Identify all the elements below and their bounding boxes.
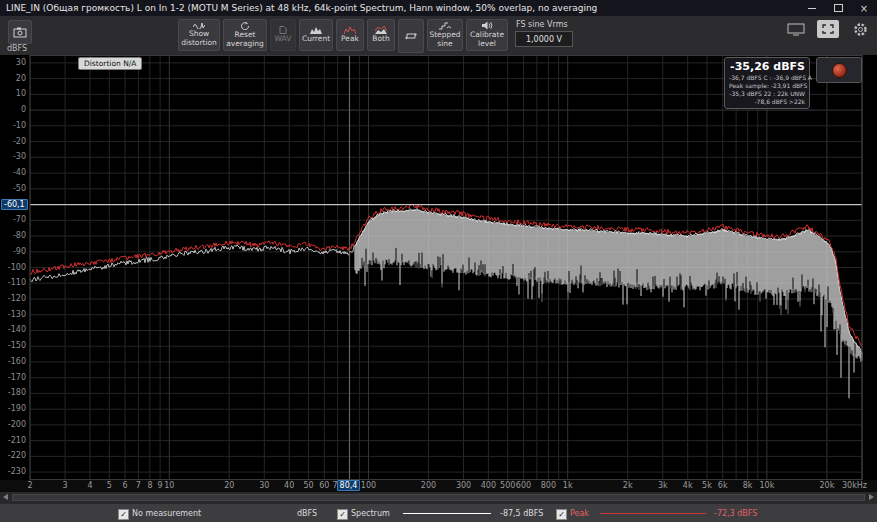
monitor-icon bbox=[787, 23, 805, 36]
spectrum-value: -87,5 dBFS bbox=[500, 509, 543, 518]
reset-averaging-button[interactable]: Reset averaging bbox=[223, 19, 267, 51]
close-button[interactable]: × bbox=[851, 0, 877, 16]
stepped-sine-button[interactable]: Stepped sine bbox=[427, 19, 463, 51]
x-tick-label: 600 bbox=[516, 481, 531, 490]
y-tick-label: -70 bbox=[0, 215, 26, 224]
y-tick-label: -170 bbox=[0, 373, 26, 382]
y-axis-unit-label: dBFS bbox=[7, 44, 27, 53]
y-tick-label: -190 bbox=[0, 404, 26, 413]
no-measurement-label: No measurement bbox=[132, 509, 201, 518]
spectrum-plot[interactable]: Distortion N/A -35,26 dBFS -36,7 dBFS C … bbox=[0, 55, 877, 480]
y-tick-label: 30 bbox=[0, 58, 26, 67]
minimize-button[interactable] bbox=[799, 0, 825, 16]
peak-label: Peak bbox=[570, 509, 589, 518]
x-tick-label: 500 bbox=[500, 481, 515, 490]
y-tick-label: 0 bbox=[0, 105, 26, 114]
maximize-button[interactable] bbox=[825, 0, 851, 16]
y-tick-label: -120 bbox=[0, 294, 26, 303]
peak-spectrum-icon bbox=[344, 26, 356, 34]
x-tick-label: 2 bbox=[27, 481, 32, 490]
x-tick-label: 3 bbox=[63, 481, 68, 490]
y-tick-label: -100 bbox=[0, 263, 26, 272]
peak-checkbox[interactable]: ✓ bbox=[556, 509, 567, 520]
fs-sine-group: FS sine Vrms bbox=[515, 19, 573, 47]
x-tick-label: 2k bbox=[623, 481, 633, 490]
spectrum-line-swatch bbox=[403, 513, 491, 514]
x-tick-label: 30kHz bbox=[842, 481, 867, 490]
y-tick-label: -110 bbox=[0, 278, 26, 287]
x-tick-label: 7 bbox=[136, 481, 141, 490]
y-tick-label: -80 bbox=[0, 231, 26, 240]
no-measurement-checkbox[interactable]: ✓ bbox=[118, 509, 129, 520]
x-tick-label: 800 bbox=[541, 481, 556, 490]
y-tick-label: -30 bbox=[0, 152, 26, 161]
x-tick-label: 8 bbox=[147, 481, 152, 490]
x-tick-label: 40 bbox=[284, 481, 294, 490]
speaker-icon bbox=[482, 21, 493, 30]
x-cursor-label[interactable]: 80,4 bbox=[337, 480, 361, 491]
current-trace-button[interactable]: Current bbox=[299, 19, 333, 51]
y-tick-label: -140 bbox=[0, 325, 26, 334]
show-distortion-button[interactable]: Show distortion bbox=[178, 19, 220, 51]
toolbar-right-icons bbox=[785, 20, 871, 38]
status-bar: ✓ No measurement dBFS ✓ Spectrum -87,5 d… bbox=[0, 503, 877, 522]
fs-sine-input[interactable] bbox=[515, 31, 573, 47]
record-panel bbox=[816, 57, 862, 83]
horizontal-scrollbar[interactable] bbox=[0, 492, 877, 503]
y-tick-label: -130 bbox=[0, 310, 26, 319]
scroll-left-arrow-icon[interactable] bbox=[3, 494, 8, 500]
record-button[interactable] bbox=[832, 63, 847, 78]
x-tick-label: 6k bbox=[718, 481, 728, 490]
peak-value: -72,3 dBFS bbox=[714, 509, 757, 518]
both-traces-button[interactable]: Both bbox=[367, 19, 395, 51]
x-tick-label: 4 bbox=[87, 481, 92, 490]
x-tick-label: 4k bbox=[683, 481, 693, 490]
x-tick-label: 300 bbox=[456, 481, 471, 490]
minimize-icon bbox=[808, 8, 816, 9]
wav-file-icon bbox=[279, 26, 287, 34]
peak-trace-button[interactable]: Peak bbox=[336, 19, 364, 51]
y-tick-label: -90 bbox=[0, 247, 26, 256]
x-axis: 80,4 23456789102030405060701002003004005… bbox=[0, 480, 877, 492]
y-tick-label: -180 bbox=[0, 388, 26, 397]
y-tick-label: -40 bbox=[0, 168, 26, 177]
spectrum-checkbox[interactable]: ✓ bbox=[337, 509, 348, 520]
maximize-icon bbox=[834, 4, 843, 12]
x-tick-label: 20k bbox=[820, 481, 835, 490]
calibrate-level-button[interactable]: Calibrate level bbox=[466, 19, 508, 51]
y-cursor-label[interactable]: -60,1 bbox=[1, 199, 28, 210]
x-tick-label: 1k bbox=[563, 481, 573, 490]
scroll-right-arrow-icon[interactable] bbox=[869, 494, 874, 500]
x-tick-label: 6 bbox=[123, 481, 128, 490]
readout-line: -78,6 dBFS >22k bbox=[729, 98, 805, 106]
display-mode-button[interactable] bbox=[785, 20, 807, 38]
readout-main-value: -35,26 dBFS bbox=[729, 60, 805, 73]
scrollbar-thumb[interactable] bbox=[12, 494, 865, 501]
distortion-icon bbox=[193, 22, 205, 29]
loop-mode-button[interactable] bbox=[398, 19, 424, 53]
x-tick-label: 5 bbox=[107, 481, 112, 490]
x-tick-label: 400 bbox=[481, 481, 496, 490]
toolbar-buttons: Show distortion Reset averaging WAV Curr… bbox=[178, 19, 573, 53]
x-tick-label: 5k bbox=[702, 481, 712, 490]
window-controls: × bbox=[799, 0, 877, 16]
fullscreen-button[interactable] bbox=[817, 20, 839, 38]
spectrum-canvas bbox=[0, 55, 877, 480]
snapshot-button[interactable] bbox=[8, 20, 32, 44]
spectrum-label: Spectrum bbox=[351, 509, 390, 518]
distortion-tooltip: Distortion N/A bbox=[78, 57, 142, 70]
reset-icon bbox=[240, 22, 250, 30]
x-tick-label: 3k bbox=[658, 481, 668, 490]
x-tick-label: 30 bbox=[259, 481, 269, 490]
wav-button[interactable]: WAV bbox=[270, 19, 296, 51]
toolbar: Show distortion Reset averaging WAV Curr… bbox=[0, 16, 877, 56]
y-tick-label: -150 bbox=[0, 341, 26, 350]
y-tick-label: -10 bbox=[0, 121, 26, 130]
x-tick-label: 100 bbox=[361, 481, 376, 490]
readout-line: Peak sample: -23,91 dBFS bbox=[729, 82, 805, 90]
camera-icon bbox=[13, 27, 27, 38]
window-title: LINE_IN (Общая громкость) L on In 1-2 (M… bbox=[0, 3, 597, 13]
peak-line-swatch bbox=[600, 513, 706, 514]
x-tick-label: 200 bbox=[421, 481, 436, 490]
settings-button[interactable] bbox=[849, 20, 871, 38]
